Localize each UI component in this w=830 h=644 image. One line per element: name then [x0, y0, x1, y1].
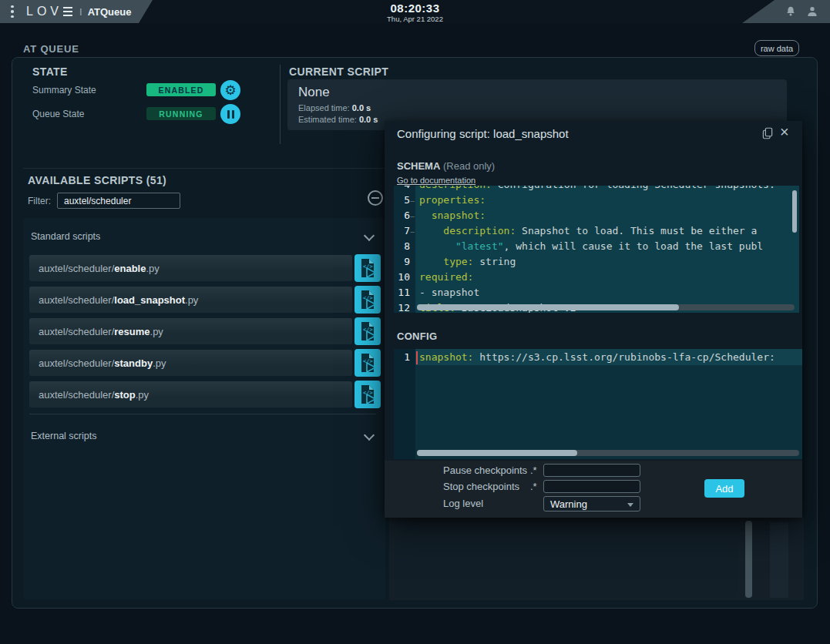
- script-launch-icon: </>: [358, 258, 377, 278]
- code-line: properties:: [419, 193, 486, 208]
- code-token: - snapshot: [419, 287, 479, 298]
- summary-state-badge: ENABLED: [146, 83, 216, 96]
- script-path-prefix: auxtel/scheduler/: [39, 389, 114, 401]
- line-number: 1: [395, 350, 410, 365]
- external-scripts-chevron-icon[interactable]: [364, 430, 375, 441]
- pause-checkpoints-hint: .*: [530, 465, 537, 476]
- fold-marker-icon[interactable]: –: [411, 193, 415, 209]
- fold-marker-icon[interactable]: –: [411, 224, 415, 240]
- estimated-time: Estimated time: 0.0 s: [298, 115, 378, 124]
- script-launch-icon: </>: [358, 353, 377, 373]
- raw-data-button[interactable]: raw data: [754, 40, 799, 56]
- line-number: 11: [395, 285, 410, 300]
- summary-state-settings-button[interactable]: ⚙: [220, 80, 240, 100]
- launch-script-button[interactable]: </>: [355, 286, 381, 314]
- menu-dots-icon[interactable]: [11, 5, 14, 18]
- stop-checkpoints-input[interactable]: [543, 480, 640, 493]
- config-heading: CONFIG: [397, 330, 437, 342]
- launch-script-button[interactable]: </>: [355, 349, 381, 377]
- code-line: type: string: [419, 254, 516, 270]
- elapsed-time-label: Elapsed time:: [298, 103, 350, 112]
- script-path-prefix: auxtel/scheduler/: [39, 326, 114, 337]
- standard-scripts-group: Standard scripts: [31, 231, 100, 242]
- launch-script-button[interactable]: </>: [355, 381, 381, 408]
- filter-label: Filter:: [28, 196, 51, 206]
- code-line: - snapshot: [419, 285, 479, 300]
- script-row[interactable]: auxtel/scheduler/load_snapshot.py: [29, 287, 352, 313]
- logo-e-icon: [63, 7, 72, 17]
- copy-icon[interactable]: [761, 126, 775, 140]
- code-token: [419, 256, 443, 267]
- estimated-time-value: 0.0 s: [359, 115, 378, 124]
- script-launch-icon: </>: [358, 321, 377, 341]
- script-path-prefix: auxtel/scheduler/: [39, 294, 114, 306]
- code-token: description:: [443, 225, 516, 236]
- scripts-panel: Standard scripts auxtel/scheduler/enable…: [23, 218, 385, 599]
- script-row[interactable]: auxtel/scheduler/resume.py: [29, 318, 352, 344]
- script-extension: .py: [153, 357, 166, 369]
- script-row[interactable]: auxtel/scheduler/standby.py: [29, 350, 352, 376]
- waiting-scripts-scrollbar[interactable]: [745, 521, 752, 598]
- script-extension: .py: [185, 294, 198, 306]
- pause-checkpoints-input[interactable]: [543, 464, 640, 477]
- state-current-divider: [280, 65, 281, 144]
- pause-queue-button[interactable]: [220, 104, 240, 124]
- current-script-name: None: [298, 85, 330, 100]
- launch-script-button[interactable]: </>: [355, 254, 381, 282]
- standard-scripts-chevron-icon[interactable]: [364, 230, 375, 241]
- filter-input[interactable]: [57, 193, 180, 209]
- log-level-label: Log level: [443, 498, 483, 509]
- app-title: ATQueue: [88, 6, 132, 18]
- code-token: https://s3.cp.lsst.org/rubinobs-lfa-cp/S…: [473, 351, 775, 363]
- pause-icon: [227, 110, 234, 119]
- user-icon[interactable]: [805, 5, 819, 18]
- documentation-link[interactable]: Go to documentation: [397, 176, 475, 185]
- schema-editor[interactable]: 45–6–7–89101112 description: Configurati…: [394, 186, 799, 313]
- launch-script-button[interactable]: </>: [355, 317, 381, 345]
- log-level-select[interactable]: Warning: [543, 496, 640, 512]
- schema-hscroll-thumb[interactable]: [417, 304, 679, 310]
- line-number: 9: [395, 254, 410, 270]
- collapse-section-icon[interactable]: [368, 190, 383, 206]
- schema-readonly-text: (Read only): [443, 160, 495, 172]
- configure-script-modal: Configuring script: load_snapshot × SCHE…: [385, 121, 802, 518]
- config-editor-gutter: 1: [394, 349, 415, 459]
- script-row[interactable]: auxtel/scheduler/stop.py: [29, 381, 352, 408]
- code-token: type:: [443, 256, 473, 267]
- config-hscroll-track[interactable]: [417, 450, 799, 456]
- line-number: 5–: [395, 193, 410, 208]
- line-number: 6–: [395, 208, 410, 223]
- estimated-time-label: Estimated time:: [298, 115, 357, 124]
- chevron-down-icon: [627, 503, 633, 507]
- header-left-tab: LOV I ATQueue: [0, 0, 154, 23]
- code-line: snapshot:: [419, 208, 486, 223]
- waiting-scripts-list-area: [395, 521, 738, 597]
- config-editor[interactable]: 1 snapshot: https://s3.cp.lsst.org/rubin…: [394, 349, 802, 459]
- line-number: 8: [395, 239, 410, 254]
- script-name: load_snapshot: [114, 294, 185, 306]
- line-number: 12: [395, 300, 410, 313]
- text-cursor: [416, 351, 418, 364]
- script-row[interactable]: auxtel/scheduler/enable.py: [29, 255, 352, 281]
- script-launch-icon: </>: [358, 384, 377, 404]
- stop-checkpoints-label: Stop checkpoints: [443, 481, 519, 492]
- schema-vertical-scrollbar[interactable]: [792, 190, 797, 233]
- fold-marker-icon[interactable]: –: [411, 209, 415, 224]
- code-token: , which will cause it to load the last p…: [504, 240, 764, 252]
- code-token: description:: [419, 186, 492, 190]
- close-icon[interactable]: ×: [780, 124, 789, 139]
- code-token: [419, 225, 443, 236]
- logo-separator: I: [79, 6, 82, 18]
- group-divider: [29, 414, 376, 414]
- schema-heading-text: SCHEMA: [397, 160, 440, 172]
- bell-icon[interactable]: [784, 5, 798, 18]
- schema-hscroll-track[interactable]: [417, 304, 795, 310]
- config-hscroll-thumb[interactable]: [417, 450, 577, 456]
- add-button[interactable]: Add: [704, 479, 744, 498]
- script-name: stop: [114, 389, 135, 401]
- current-script-heading: CURRENT SCRIPT: [289, 65, 388, 78]
- available-scripts-heading: AVAILABLE SCRIPTS (51): [28, 174, 166, 186]
- code-token: properties:: [419, 194, 486, 206]
- schema-heading: SCHEMA (Read only): [397, 160, 495, 172]
- script-extension: .py: [150, 326, 163, 337]
